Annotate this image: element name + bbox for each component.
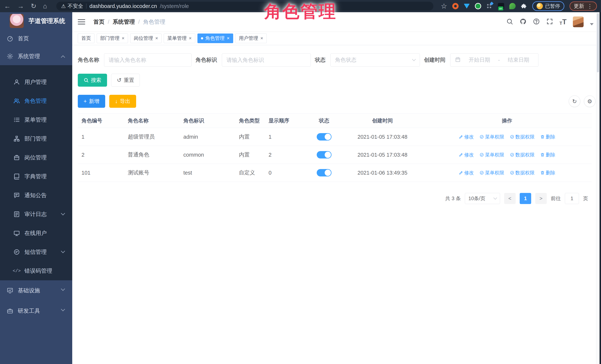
sidebar-item-audit-log[interactable]: 审计日志 bbox=[0, 205, 72, 224]
sidebar-item-user-mgmt[interactable]: 用户管理 bbox=[0, 73, 72, 91]
close-icon[interactable]: × bbox=[155, 35, 158, 41]
tab-home[interactable]: 首页 bbox=[78, 33, 94, 43]
not-secure-badge[interactable]: ⚠ 不安全 bbox=[61, 3, 83, 10]
extensions-puzzle-icon[interactable] bbox=[521, 3, 527, 9]
delete-link[interactable]: 删除 bbox=[540, 134, 555, 140]
edit-link[interactable]: 修改 bbox=[459, 152, 474, 158]
breadcrumb-home[interactable]: 首页 bbox=[93, 18, 104, 26]
browser-forward-icon[interactable]: → bbox=[17, 3, 24, 10]
font-size-icon[interactable] bbox=[560, 18, 567, 26]
avatar[interactable] bbox=[573, 17, 584, 27]
browser-back-icon[interactable]: ← bbox=[4, 3, 11, 10]
sidebar-item-online-users[interactable]: 在线用户 bbox=[0, 224, 72, 243]
edit-link[interactable]: 修改 bbox=[459, 170, 474, 176]
menu-permission-link[interactable]: 菜单权限 bbox=[480, 152, 504, 158]
calendar-icon bbox=[455, 57, 461, 64]
status-toggle[interactable] bbox=[317, 151, 331, 158]
goto-label: 前往 bbox=[551, 195, 561, 202]
address-bar[interactable]: ⚠ 不安全 dashboard.yudao.iocoder.cn /system… bbox=[56, 2, 433, 10]
tab-user-mgmt[interactable]: 用户管理 × bbox=[235, 33, 267, 43]
log-document-icon bbox=[13, 210, 20, 218]
tab-menu-mgmt[interactable]: 菜单管理 × bbox=[164, 33, 195, 43]
tab-role-mgmt[interactable]: 角色管理 × bbox=[197, 33, 233, 43]
close-icon[interactable]: × bbox=[227, 35, 230, 41]
data-permission-link[interactable]: 数据权限 bbox=[510, 152, 535, 158]
sidebar-item-errcode-mgmt[interactable]: </> 错误码管理 bbox=[0, 261, 72, 280]
search-button[interactable]: 搜索 bbox=[78, 74, 107, 87]
browser-home-icon[interactable]: ⌂ bbox=[43, 3, 47, 10]
scrollbar-thumb[interactable] bbox=[597, 13, 599, 72]
role-name-field bbox=[104, 53, 191, 67]
gear-icon bbox=[6, 53, 14, 60]
search-icon[interactable] bbox=[506, 18, 513, 26]
browser-reload-icon[interactable]: ↻ bbox=[31, 3, 36, 10]
sidebar-item-infrastructure[interactable]: 基础设施 bbox=[0, 280, 72, 301]
close-icon[interactable]: × bbox=[122, 35, 124, 41]
fullscreen-icon[interactable] bbox=[546, 18, 553, 26]
close-icon[interactable]: × bbox=[189, 35, 191, 41]
tab-post-mgmt[interactable]: 岗位管理 × bbox=[130, 33, 161, 43]
sidebar-item-notice[interactable]: 通知公告 bbox=[0, 186, 72, 205]
tab-dept-mgmt[interactable]: 部门管理 × bbox=[97, 33, 128, 43]
goto-page-input[interactable] bbox=[565, 193, 579, 204]
breadcrumb: 首页 / 系统管理 / 角色管理 bbox=[93, 18, 165, 26]
data-permission-link[interactable]: 数据权限 bbox=[510, 134, 535, 140]
extension-icon-green-sprout[interactable] bbox=[509, 3, 516, 9]
scrollbar[interactable] bbox=[596, 12, 600, 364]
next-page-button[interactable]: > bbox=[535, 193, 547, 204]
browser-update-button[interactable]: 更新 ⋮ bbox=[570, 1, 597, 11]
prev-page-button[interactable]: < bbox=[504, 193, 516, 204]
extension-icon-green-circle[interactable] bbox=[475, 3, 481, 9]
extension-icon-orange-ring[interactable] bbox=[452, 3, 459, 9]
extension-icon-dark-on[interactable]: on bbox=[498, 3, 504, 9]
role-status-cell bbox=[306, 151, 343, 158]
page-number-1[interactable]: 1 bbox=[520, 193, 531, 204]
role-key-input[interactable] bbox=[227, 57, 306, 63]
status-toggle[interactable] bbox=[317, 133, 331, 140]
github-icon[interactable] bbox=[520, 18, 527, 26]
browser-chrome: ← → ↻ ⌂ ⚠ 不安全 dashboard.yudao.iocoder.cn… bbox=[0, 0, 601, 12]
role-name-input[interactable] bbox=[109, 57, 187, 63]
badge-icon bbox=[13, 154, 20, 161]
role-key-cell: admin bbox=[180, 134, 235, 140]
extension-icon-dot-grid[interactable] bbox=[486, 3, 493, 9]
reset-icon: ↺ bbox=[117, 77, 121, 83]
data-permission-link[interactable]: 数据权限 bbox=[510, 170, 535, 176]
breadcrumb-system[interactable]: 系统管理 bbox=[113, 18, 135, 26]
delete-link[interactable]: 删除 bbox=[540, 170, 555, 176]
sidebar-item-sms-mgmt[interactable]: 短信管理 bbox=[0, 243, 72, 261]
reset-button[interactable]: ↺ 重置 bbox=[111, 74, 140, 87]
sidebar-item-dict-mgmt[interactable]: 字典管理 bbox=[0, 167, 72, 186]
status-toggle[interactable] bbox=[317, 169, 331, 177]
sidebar-item-system-mgmt[interactable]: 系统管理 bbox=[0, 47, 72, 65]
edit-link[interactable]: 修改 bbox=[459, 134, 474, 140]
caret-down-icon[interactable] bbox=[590, 23, 594, 25]
status-select[interactable]: 角色状态 bbox=[331, 53, 420, 67]
bookmark-star-icon[interactable]: ☆ bbox=[441, 2, 447, 10]
help-icon[interactable] bbox=[533, 18, 540, 26]
sidebar-item-post-mgmt[interactable]: 岗位管理 bbox=[0, 148, 72, 167]
kebab-menu-icon[interactable]: ⋮ bbox=[587, 3, 593, 10]
menu-permission-link[interactable]: 菜单权限 bbox=[480, 134, 504, 140]
sidebar-item-menu-mgmt[interactable]: 菜单管理 bbox=[0, 110, 72, 129]
refresh-icon: ↻ bbox=[572, 98, 577, 105]
menu-permission-link[interactable]: 菜单权限 bbox=[480, 170, 504, 176]
sidebar-item-dev-tools[interactable]: 研发工具 bbox=[0, 301, 72, 321]
dictionary-icon bbox=[13, 173, 20, 180]
column-settings-button[interactable]: ⚙ bbox=[584, 96, 595, 107]
sidebar-item-role-mgmt[interactable]: 角色管理 bbox=[0, 91, 72, 110]
hamburger-icon[interactable] bbox=[78, 21, 85, 22]
page-size-select[interactable]: 10条/页 bbox=[465, 193, 500, 204]
date-range-picker[interactable]: 开始日期 - 结束日期 bbox=[450, 53, 538, 67]
close-icon[interactable]: × bbox=[260, 35, 263, 41]
refresh-button[interactable]: ↻ bbox=[569, 96, 580, 107]
logo-image bbox=[10, 14, 24, 28]
profile-paused-pill[interactable]: 已暂停 bbox=[532, 1, 564, 11]
export-button[interactable]: ↓ 导出 bbox=[109, 95, 136, 108]
sidebar-item-home[interactable]: 首页 bbox=[0, 30, 72, 47]
sidebar-item-dept-mgmt[interactable]: 部门管理 bbox=[0, 129, 72, 148]
extension-icon-blue-gem[interactable] bbox=[464, 4, 470, 9]
delete-link[interactable]: 删除 bbox=[540, 152, 555, 158]
filter-buttons: 搜索 ↺ 重置 bbox=[78, 74, 595, 87]
add-button[interactable]: + 新增 bbox=[78, 95, 105, 108]
